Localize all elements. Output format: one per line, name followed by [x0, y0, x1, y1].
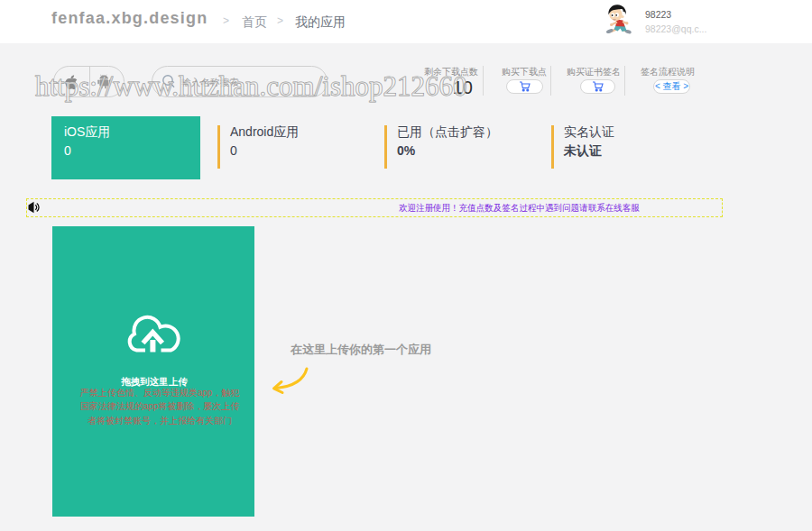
svg-text:https://www.huzhan.com/ishop21: https://www.huzhan.com/ishop212660: [35, 70, 466, 102]
